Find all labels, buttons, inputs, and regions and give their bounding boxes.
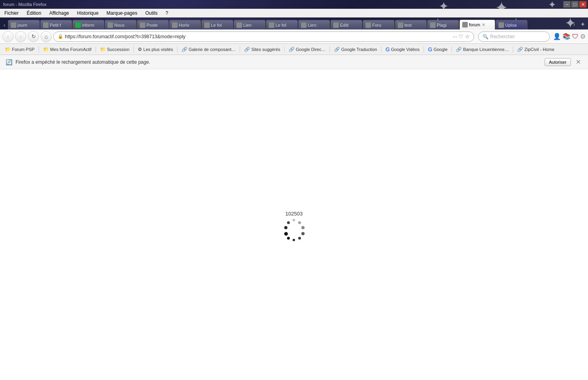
tab-favicon-6 xyxy=(172,22,178,28)
star-deco-2: ✦ xyxy=(495,0,508,9)
tab-plagi[interactable]: Plagi xyxy=(427,20,459,29)
tab-forward-arrow[interactable]: › xyxy=(570,20,578,29)
menu-help[interactable]: ? xyxy=(164,10,170,17)
tab-nous[interactable]: Nous xyxy=(105,20,137,29)
loading-spinner xyxy=(284,219,304,239)
tab-journ[interactable]: journ xyxy=(8,20,40,29)
tab-lefol2[interactable]: Le fol xyxy=(266,20,298,29)
bookmark-icon-12: 🔗 xyxy=(517,47,523,52)
authorize-button[interactable]: Autoriser xyxy=(545,58,571,66)
tab-test[interactable]: test xyxy=(395,20,427,29)
close-button[interactable]: ✕ xyxy=(579,1,586,8)
back-button[interactable]: ‹ xyxy=(2,31,14,42)
tab-forum-active[interactable]: forum ✕ xyxy=(459,20,495,29)
spinner-number: 102503 xyxy=(285,211,303,217)
bookmarks-sep-5 xyxy=(240,46,240,53)
notification-text: Firefox a empéché le rechargement automa… xyxy=(16,59,541,65)
lock-icon: 🔒 xyxy=(58,34,63,39)
bookmarks-sep-3 xyxy=(133,46,134,53)
tab-favicon-1 xyxy=(11,22,16,28)
tab-favicon-10 xyxy=(301,22,307,28)
star-deco-1: ✦ xyxy=(439,0,449,9)
bookmark-icon-10: G xyxy=(428,46,432,53)
bookmark-google-direc[interactable]: 🔗 Google Direc… xyxy=(286,46,328,53)
menu-fichier[interactable]: Fichier xyxy=(2,10,21,17)
navbar: ‹ › ↻ ⌂ 🔒 https://forum.forumactif.com/p… xyxy=(0,29,588,44)
tab-favicon-11 xyxy=(333,22,339,28)
tab-favicon-16 xyxy=(498,22,504,28)
bookmark-google-trad[interactable]: 🔗 Google Traduction xyxy=(332,46,379,53)
nav-icon-1[interactable]: 👤 xyxy=(553,33,561,40)
bookmark-google[interactable]: G Google xyxy=(426,45,450,53)
star-button[interactable]: ☆ xyxy=(465,33,470,39)
url-text: https://forum.forumactif.com/post?t=3987… xyxy=(65,34,451,39)
menu-edition[interactable]: Édition xyxy=(25,10,43,17)
bookmark-icon-5: 🔗 xyxy=(182,47,188,52)
bookmark-mes-fofos[interactable]: 📁 Mes fofos ForumActif xyxy=(41,46,94,53)
menu-outils[interactable]: Outils xyxy=(143,10,160,17)
bookmarks-sep-11 xyxy=(513,46,513,53)
tab-poste[interactable]: Poste xyxy=(137,20,169,29)
bookmarks-sep-9 xyxy=(424,46,424,53)
nav-icon-shield[interactable]: 🛡 xyxy=(572,33,578,40)
bookmarks-sep-1 xyxy=(39,46,39,53)
bookmark-icon-7: 🔗 xyxy=(289,47,295,52)
bookmark-sites-suggeres[interactable]: 🔗 Sites suggérés xyxy=(242,46,283,53)
bookmark-google-videos[interactable]: G Google Vidéos xyxy=(383,45,422,53)
tab-favicon-14 xyxy=(430,22,436,28)
bookmark-forum-psp[interactable]: 📁 Forum PSP xyxy=(2,46,37,53)
menu-historique[interactable]: Historique xyxy=(75,10,101,17)
search-bar[interactable]: 🔍 Rechercher xyxy=(478,31,550,42)
bookmark-icon-6: 🔗 xyxy=(244,47,250,52)
tab-favicon-12 xyxy=(365,22,371,28)
tab-favicon-13 xyxy=(398,22,403,28)
tab-favicon-4 xyxy=(107,22,113,28)
more-actions-button[interactable]: ··· xyxy=(453,33,457,39)
notification-close-button[interactable]: ✕ xyxy=(574,58,582,66)
tab-horlo[interactable]: Horlo xyxy=(169,20,201,29)
nav-icon-3[interactable]: ⚙ xyxy=(580,33,586,40)
tab-favicon-9 xyxy=(269,22,274,28)
tab-liens1[interactable]: Lien xyxy=(234,20,266,29)
tab-lefol1[interactable]: Le fol xyxy=(201,20,233,29)
tab-back-arrow[interactable]: ‹ xyxy=(1,21,8,29)
bookmark-galerie[interactable]: 🔗 Galerie de composant… xyxy=(179,46,238,53)
bookmarks-bar: 📁 Forum PSP 📁 Mes fofos ForumActif 📁 Suc… xyxy=(0,44,588,55)
bookmark-zipcivil[interactable]: 🔗 ZipCivil - Home xyxy=(515,46,557,53)
bookmark-icon-9: G xyxy=(385,46,390,53)
tab-close-icon[interactable]: ✕ xyxy=(482,22,485,27)
bookmarks-sep-6 xyxy=(284,46,285,53)
forward-button[interactable]: › xyxy=(15,31,26,42)
tab-upload[interactable]: Uploa xyxy=(496,20,527,29)
maximize-button[interactable]: □ xyxy=(571,1,578,8)
bookmark-icon-3: 📁 xyxy=(100,47,106,52)
bookmark-banque[interactable]: 🔗 Banque Linuentienne… xyxy=(453,46,511,53)
bookmark-les-plus-visites[interactable]: ⚙ Les plus visités xyxy=(135,46,176,53)
bookmarks-sep-7 xyxy=(330,46,330,53)
reload-button[interactable]: ↻ xyxy=(28,31,39,42)
new-tab-button[interactable]: + xyxy=(578,20,587,29)
tab-favicon-3 xyxy=(75,22,81,28)
nav-icon-2[interactable]: 📚 xyxy=(563,33,570,40)
home-button[interactable]: ⌂ xyxy=(41,31,52,42)
bookmarks-sep-2 xyxy=(96,46,96,53)
tab-foru[interactable]: Foru xyxy=(363,20,395,29)
address-bar[interactable]: 🔒 https://forum.forumactif.com/post?t=39… xyxy=(53,31,474,42)
bookmark-icon-8: 🔗 xyxy=(334,47,340,52)
tab-petit[interactable]: Petit f xyxy=(40,20,72,29)
loading-spinner-container: 102503 xyxy=(284,211,304,239)
tab-favicon-15 xyxy=(462,22,468,27)
menubar: Fichier Édition Affichage Historique Mar… xyxy=(0,9,588,18)
menu-affichage[interactable]: Affichage xyxy=(47,10,71,17)
tab-liens2[interactable]: Lien: xyxy=(298,20,330,29)
minimize-button[interactable]: − xyxy=(563,1,570,8)
tab-inform[interactable]: inform xyxy=(72,20,104,29)
bookmarks-sep-10 xyxy=(451,46,452,53)
bookmark-heart-button[interactable]: ♡ xyxy=(459,33,463,39)
notification-bar: 🔄 Firefox a empéché le rechargement auto… xyxy=(0,55,588,69)
search-placeholder: Rechercher xyxy=(490,34,515,39)
bookmark-succession[interactable]: 📁 Succession xyxy=(98,46,132,53)
tab-editi[interactable]: Editi xyxy=(330,20,362,29)
bookmark-icon-4: ⚙ xyxy=(138,47,142,52)
menu-marque-pages[interactable]: Marque-pages xyxy=(105,10,139,17)
